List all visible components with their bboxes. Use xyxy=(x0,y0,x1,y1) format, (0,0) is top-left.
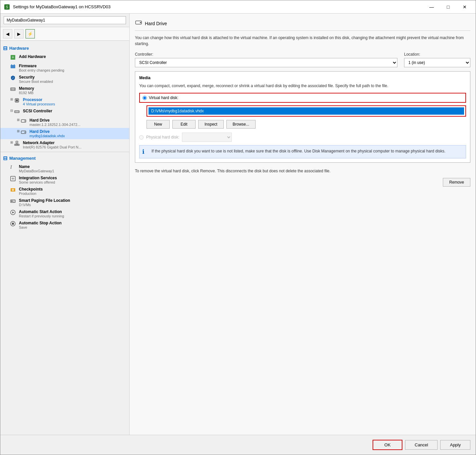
name-sublabel: MyDataBoxGateway1 xyxy=(19,169,54,173)
svg-rect-30 xyxy=(16,141,18,143)
svg-rect-9 xyxy=(11,88,12,90)
sidebar-item-network-adapter[interactable]: ⊞ xyxy=(0,139,129,150)
sidebar-item-integration-services[interactable]: Integration Services Some services offer… xyxy=(0,174,129,186)
hardware-section-header[interactable]: ⊟ Hardware xyxy=(0,43,129,53)
new-button[interactable]: New xyxy=(147,120,170,129)
hd2-text: Hard Drive mydbg1datadisk.vhdx xyxy=(30,129,65,138)
info-icon: ℹ xyxy=(142,148,149,155)
window-icon: S xyxy=(4,4,10,10)
svg-text:+: + xyxy=(12,55,14,60)
net-label: Network Adapter xyxy=(23,141,82,145)
sidebar-item-name[interactable]: I Name MyDataBoxGateway1 xyxy=(0,163,129,174)
auto-stop-text: Automatic Stop Action Save xyxy=(19,221,62,229)
sidebar-item-smart-paging[interactable]: Smart Paging File Location D:\VMs xyxy=(0,197,129,208)
window-title: Settings for MyDataBoxGateway1 on HCSSRV… xyxy=(13,4,424,9)
ok-button[interactable]: OK xyxy=(373,440,402,450)
svg-rect-31 xyxy=(15,144,16,145)
sidebar-item-hard-drive-2[interactable]: ⊞ Hard Drive mydbg1datadisk.vhdx xyxy=(0,128,129,139)
phd-radio-label: Physical hard disk: xyxy=(146,135,179,140)
svg-text:✓: ✓ xyxy=(12,77,14,80)
apply-button[interactable]: Apply xyxy=(440,440,470,450)
firmware-sublabel: Boot entry changes pending xyxy=(19,68,64,72)
memory-icon xyxy=(10,86,16,93)
sidebar-item-auto-start[interactable]: Automatic Start Action Restart if previo… xyxy=(0,208,129,219)
svg-rect-23 xyxy=(15,111,16,112)
minimize-button[interactable]: — xyxy=(424,2,439,12)
location-select[interactable]: 1 (in use) xyxy=(404,58,470,67)
sidebar-item-firmware[interactable]: Firmware Boot entry changes pending xyxy=(0,62,129,74)
management-section-icon: ⊟ xyxy=(3,155,7,161)
svg-rect-32 xyxy=(16,144,18,145)
main-window: S Settings for MyDataBoxGateway1 on HCSS… xyxy=(0,0,476,455)
name-label: Name xyxy=(19,164,54,169)
auto-start-label: Automatic Start Action xyxy=(19,209,64,214)
sidebar-item-add-hardware[interactable]: + Add Hardware xyxy=(0,53,129,62)
left-panel: MyDataBoxGateway1 ◀ ▶ ⚡ ⊟ Hardware xyxy=(0,14,130,435)
net-text: Network Adapter Intel(R) 82576 Gigabit D… xyxy=(23,141,82,149)
firmware-text: Firmware Boot entry changes pending xyxy=(19,64,64,72)
phd-select[interactable] xyxy=(182,133,232,142)
sidebar-item-checkpoints[interactable]: Checkpoints Production xyxy=(0,186,129,197)
processor-expand-icon[interactable]: ⊞ xyxy=(10,97,13,101)
memory-text: Memory 8192 MB xyxy=(19,86,34,95)
firmware-icon xyxy=(10,64,16,70)
location-group: Location: 1 (in use) xyxy=(404,52,470,67)
auto-stop-sublabel: Save xyxy=(19,225,62,229)
sidebar-item-hard-drive-1[interactable]: ⊞ Hard Drive master.1.2.18252.1-304-2472… xyxy=(0,117,129,128)
svg-rect-24 xyxy=(17,111,17,112)
processor-text: Processor 4 Virtual processors xyxy=(23,97,55,106)
scsi-text: SCSI Controller xyxy=(23,109,52,113)
close-button[interactable]: ✕ xyxy=(457,2,472,12)
svg-rect-13 xyxy=(16,99,18,101)
sidebar-item-scsi-controller[interactable]: ⊟ SCSI Controller xyxy=(0,107,129,117)
hd2-expand-icon[interactable]: ⊞ xyxy=(17,129,20,133)
svg-rect-52 xyxy=(12,223,14,225)
edit-button[interactable]: Edit xyxy=(172,120,196,129)
net-expand-icon[interactable]: ⊞ xyxy=(10,141,13,144)
memory-label: Memory xyxy=(19,86,34,91)
cancel-button[interactable]: Cancel xyxy=(405,440,438,450)
vhd-radio[interactable] xyxy=(143,96,147,100)
maximize-button[interactable]: □ xyxy=(441,2,456,12)
hd1-icon xyxy=(21,118,27,125)
sidebar-item-memory[interactable]: Memory 8192 MB xyxy=(0,85,129,96)
checkpoints-icon xyxy=(10,187,16,194)
nav-toolbar: ◀ ▶ ⚡ xyxy=(0,27,129,41)
hd1-sublabel: master.1.2.18252.1-304-2472... xyxy=(30,123,81,127)
vhd-path-input[interactable] xyxy=(149,107,464,115)
controller-group: Controller: SCSI Controller xyxy=(135,52,397,67)
hd2-sublabel: mydbg1datadisk.vhdx xyxy=(30,134,65,138)
integration-sublabel: Some services offered xyxy=(19,180,57,184)
auto-stop-label: Automatic Stop Action xyxy=(19,221,62,225)
smart-paging-label: Smart Paging File Location xyxy=(19,198,70,203)
sidebar-item-auto-stop[interactable]: Automatic Stop Action Save xyxy=(0,219,129,231)
hardware-section-icon: ⊟ xyxy=(3,45,7,51)
security-label: Security xyxy=(19,75,53,80)
svg-rect-10 xyxy=(13,88,13,90)
remove-description: To remove the virtual hard disk, click R… xyxy=(135,168,470,174)
vhd-radio-label: Virtual hard disk: xyxy=(149,95,178,100)
controller-select[interactable]: SCSI Controller xyxy=(135,58,397,67)
management-section-header[interactable]: ⊟ Management xyxy=(0,153,129,163)
right-panel: Hard Drive You can change how this virtu… xyxy=(130,14,476,435)
browse-button[interactable]: Browse... xyxy=(226,120,256,129)
integration-label: Integration Services xyxy=(19,176,57,180)
scsi-expand-icon[interactable]: ⊟ xyxy=(10,109,13,112)
sidebar-item-processor[interactable]: ⊞ xyxy=(0,96,129,107)
processor-sublabel: 4 Virtual processors xyxy=(23,102,55,106)
firmware-label: Firmware xyxy=(19,64,64,68)
vm-dropdown[interactable]: MyDataBoxGateway1 xyxy=(4,16,126,24)
sidebar-item-security[interactable]: ✓ Security Secure Boot enabled xyxy=(0,74,129,85)
back-button[interactable]: ◀ xyxy=(3,29,12,38)
inspect-button[interactable]: Inspect xyxy=(198,120,224,129)
phd-radio[interactable] xyxy=(139,135,144,140)
power-button[interactable]: ⚡ xyxy=(26,29,35,38)
net-icon xyxy=(14,141,20,147)
smart-paging-text: Smart Paging File Location D:\VMs xyxy=(19,198,70,207)
hd1-expand-icon[interactable]: ⊞ xyxy=(17,118,20,122)
settings-tree: ⊟ Hardware + Add Hardware xyxy=(0,41,129,435)
remove-button[interactable]: Remove xyxy=(443,178,470,187)
title-bar-controls: — □ ✕ xyxy=(424,2,472,12)
hd2-label: Hard Drive xyxy=(30,129,65,134)
forward-button[interactable]: ▶ xyxy=(14,29,24,38)
